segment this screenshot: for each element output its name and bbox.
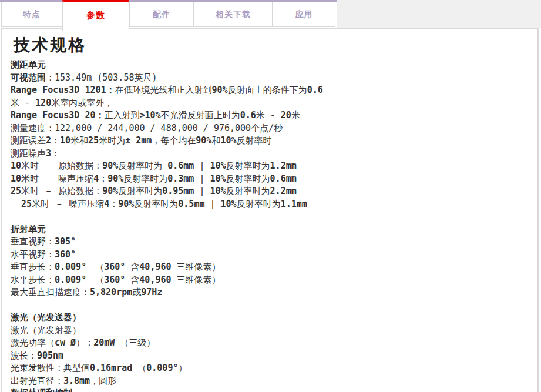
section-heading: 数据处理和控制 bbox=[11, 387, 529, 392]
spec-section: 折射单元垂直视野：305°水平视野：360°垂直步长：0.009° （360° … bbox=[11, 223, 529, 299]
spec-line: 测距噪声3： bbox=[11, 148, 529, 160]
spec-line: 最大垂直扫描速度：5,820rpm或97Hz bbox=[11, 286, 529, 299]
section-heading: 折射单元 bbox=[11, 223, 529, 236]
section-heading: 激光（光发送器） bbox=[11, 311, 529, 324]
tab-features[interactable]: 特点 bbox=[1, 2, 62, 27]
tab-accessories[interactable]: 配件 bbox=[129, 2, 194, 27]
spec-line: 测量速度：122,000 / 244,000 / 488,000 / 976,0… bbox=[11, 122, 529, 135]
spec-line: Range Focus3D 1201：在低环境光线和正入射到90%反射面上的条件… bbox=[11, 84, 529, 97]
spec-line: 水平视野：360° bbox=[11, 249, 529, 262]
spec-line: 垂直步长：0.009° （360° 含40,960 三维像素） bbox=[11, 261, 529, 274]
spec-line: 波长：905nm bbox=[11, 350, 529, 363]
spec-section: 激光（光发送器）激光（光发射器）激光功率（cw Ø）：20mW （三级）波长：9… bbox=[11, 311, 529, 387]
tab-applications[interactable]: 应用 bbox=[273, 2, 335, 27]
spec-line: 10米时 － 原始数据：90%反射率时为 0.6mm | 10%反射率时为1.2… bbox=[11, 160, 529, 173]
spec-line: 激光功率（cw Ø）：20mW （三级） bbox=[11, 337, 529, 350]
tab-parameters[interactable]: 参数 bbox=[62, 0, 129, 31]
section-heading: 测距单元 bbox=[11, 59, 529, 72]
spec-line: 可视范围：153.49m (503.58英尺) bbox=[11, 72, 529, 85]
spec-section: 测距单元可视范围：153.49m (503.58英尺)Range Focus3D… bbox=[11, 59, 529, 210]
content-box: 技术规格 测距单元可视范围：153.49m (503.58英尺)Range Fo… bbox=[1, 28, 539, 392]
spec-line: Range Focus3D 20：正入射到>10%不光滑反射面上时为0.6米 -… bbox=[11, 109, 529, 122]
spec-line: 10米时 － 噪声压缩4：90%反射率时为0.3mm | 10%反射率时为0.6… bbox=[11, 173, 529, 186]
spec-line: 25米时 － 噪声压缩4：90%反射率时为0.5mm | 10%反射率时为1.1… bbox=[11, 198, 529, 211]
spec-line: 激光（光发射器） bbox=[11, 324, 529, 337]
header-gray-area bbox=[337, 0, 541, 28]
page-title: 技术规格 bbox=[14, 35, 529, 55]
tab-related-downloads[interactable]: 相关下载 bbox=[194, 2, 273, 27]
spec-line: 米 - 120米室内或室外， bbox=[11, 97, 529, 110]
spec-section: 数据处理和控制 bbox=[11, 387, 529, 392]
spec-line: 光束发散性：典型值0.16mrad （0.009°） bbox=[11, 362, 529, 375]
spec-line: 25米时 － 原始数据：90%反射率时为0.95mm | 10%反射率时为2.2… bbox=[11, 185, 529, 198]
product-spec-page: 特点 参数 配件 相关下载 应用 技术规格 测距单元可视范围：153.49m (… bbox=[0, 0, 541, 392]
spec-line: 测距误差2：10米和25米时为± 2mm，每个均在90%和10%反射率时 bbox=[11, 135, 529, 148]
content-inner: 技术规格 测距单元可视范围：153.49m (503.58英尺)Range Fo… bbox=[2, 29, 537, 392]
spec-line: 垂直视野：305° bbox=[11, 236, 529, 249]
spec-sections: 测距单元可视范围：153.49m (503.58英尺)Range Focus3D… bbox=[11, 59, 529, 392]
spec-line: 出射光直径：3.8mm，圆形 bbox=[11, 375, 529, 388]
spec-line: 水平步长：0.009° （360° 含40,960 三维像素） bbox=[11, 274, 529, 287]
